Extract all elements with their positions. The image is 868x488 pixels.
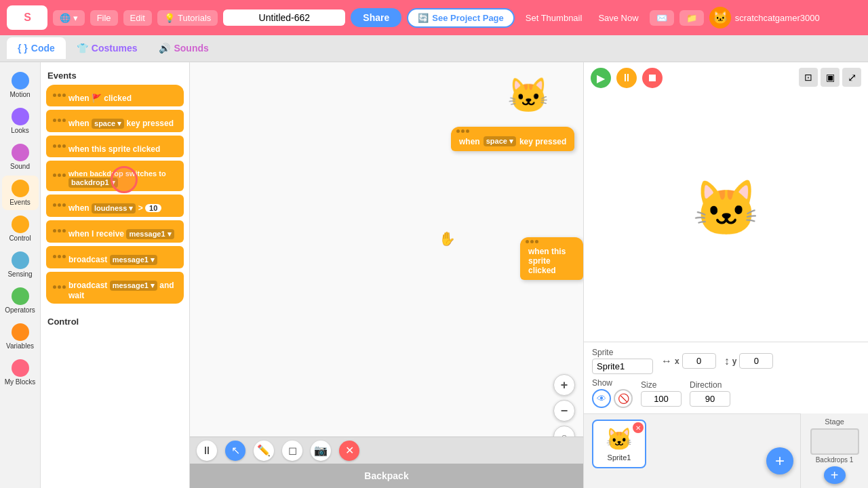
category-operators[interactable]: Operators bbox=[2, 283, 39, 318]
key-select[interactable]: space ▾ bbox=[484, 136, 516, 146]
show-hidden-btn[interactable]: 🚫 bbox=[614, 389, 633, 408]
stage-sprite: 🐱 bbox=[692, 177, 760, 241]
zoom-in-button[interactable]: + bbox=[553, 374, 575, 396]
user-avatar: 🐱 bbox=[709, 7, 731, 28]
save-now-button[interactable]: Save Now bbox=[593, 10, 644, 26]
blocks-section-title: Events bbox=[46, 68, 184, 85]
username: scratchcatgamer3000 bbox=[735, 13, 820, 23]
stage-panel-label: Stage bbox=[825, 418, 844, 426]
block-when-loudness[interactable]: when loudness ▾ > 10 bbox=[46, 195, 184, 217]
tab-costumes[interactable]: 👕 Costumes bbox=[66, 37, 149, 59]
x-input[interactable] bbox=[682, 353, 716, 369]
block-when-receive[interactable]: when I receive message1 ▾ bbox=[46, 220, 184, 243]
size-label: Size bbox=[641, 380, 682, 390]
y-arrow-icon: ↕ bbox=[724, 355, 730, 367]
message-button[interactable]: ✉️ bbox=[650, 10, 674, 26]
add-backdrop-button[interactable]: + bbox=[824, 466, 846, 484]
pause-toolbar-btn[interactable]: ⏸ bbox=[197, 441, 217, 461]
fullscreen-btn[interactable]: ⤢ bbox=[842, 68, 861, 87]
category-events[interactable]: Events bbox=[2, 176, 39, 210]
categories-panel: Motion Looks Sound Events Control Sensin… bbox=[0, 62, 41, 488]
canvas-cat: 🐱 bbox=[507, 76, 549, 115]
backpack-label: Backpack bbox=[364, 470, 408, 481]
x-arrow-icon: ↔ bbox=[661, 355, 672, 367]
block-when-key[interactable]: when space ▾ key pressed bbox=[46, 110, 184, 132]
sprite-label: Sprite bbox=[592, 348, 653, 357]
sprite-thumb-sprite1[interactable]: ✕ 🐱 Sprite1 bbox=[592, 420, 646, 468]
y-input[interactable] bbox=[739, 353, 773, 369]
block-broadcast-wait[interactable]: broadcast message1 ▾ and wait bbox=[46, 272, 184, 304]
close-tool-btn[interactable]: ✕ bbox=[339, 441, 359, 461]
pencil-tool-btn[interactable]: ✏️ bbox=[254, 441, 274, 461]
main-area: Motion Looks Sound Events Control Sensin… bbox=[0, 62, 868, 488]
see-project-button[interactable]: 🔄 See Project Page bbox=[407, 8, 515, 28]
block-when-sprite-clicked[interactable]: when this sprite clicked bbox=[46, 136, 184, 157]
remix-icon: 🔄 bbox=[418, 13, 429, 23]
costumes-tab-icon: 👕 bbox=[77, 43, 88, 54]
block-broadcast[interactable]: broadcast message1 ▾ bbox=[46, 246, 184, 268]
control-section-title: Control bbox=[46, 314, 184, 331]
show-label-group: Show 👁 🚫 bbox=[592, 378, 633, 408]
scratch-logo-text: S bbox=[24, 12, 31, 24]
direction-label-group: Direction bbox=[690, 380, 730, 407]
category-control[interactable]: Control bbox=[2, 211, 39, 246]
category-motion[interactable]: Motion bbox=[2, 68, 39, 102]
stop-button[interactable]: ⏹ bbox=[642, 68, 663, 88]
backdrops-label: Backdrops 1 bbox=[816, 456, 854, 464]
add-sprite-button[interactable]: + bbox=[766, 447, 793, 474]
bottom-toolbar: ⏸ ↖ ✏️ ◻ 📷 ✕ bbox=[190, 436, 583, 464]
x-coord-group: ↔ x bbox=[661, 353, 716, 369]
zoom-out-button[interactable]: − bbox=[553, 400, 575, 422]
file-menu[interactable]: File bbox=[90, 10, 118, 26]
drag-cursor: ✋ bbox=[439, 230, 456, 247]
tab-code[interactable]: { } Code bbox=[7, 37, 66, 59]
globe-button[interactable]: 🌐 ▾ bbox=[53, 10, 85, 26]
show-visible-btn[interactable]: 👁 bbox=[592, 389, 611, 408]
canvas-block-when-sprite[interactable]: when this sprite clicked bbox=[520, 237, 583, 280]
direction-input[interactable] bbox=[690, 391, 730, 407]
code-canvas[interactable]: ✋ when space ▾ key pressed when this spr… bbox=[190, 62, 583, 488]
green-flag-button[interactable]: ▶ bbox=[591, 68, 611, 88]
canvas-block-when-key[interactable]: when space ▾ key pressed bbox=[451, 127, 574, 151]
folder-button[interactable]: 📁 bbox=[679, 10, 704, 26]
category-sensing[interactable]: Sensing bbox=[2, 247, 39, 282]
category-myblocks[interactable]: My Blocks bbox=[2, 355, 39, 390]
block-when-backdrop[interactable]: when backdrop switches to backdrop1 ▾ bbox=[46, 161, 184, 191]
block-when-flag[interactable]: when 🚩 clicked bbox=[46, 85, 184, 106]
stage-panel-bg[interactable] bbox=[810, 428, 859, 455]
pointer-tool-btn[interactable]: ↖ bbox=[225, 441, 245, 461]
code-tab-icon: { } bbox=[18, 43, 28, 54]
stage-controls: ▶ ⏸ ⏹ bbox=[591, 68, 663, 88]
stage-panel: Stage Backdrops 1 + bbox=[800, 413, 868, 488]
normal-stage-btn[interactable]: ▣ bbox=[821, 68, 840, 87]
erase-tool-btn[interactable]: ◻ bbox=[282, 441, 302, 461]
category-looks[interactable]: Looks bbox=[2, 104, 39, 138]
sprite-delete-button[interactable]: ✕ bbox=[633, 422, 644, 433]
set-thumbnail-button[interactable]: Set Thumbnail bbox=[520, 10, 588, 26]
small-stage-btn[interactable]: ⊡ bbox=[799, 68, 818, 87]
sprite-info: Sprite ↔ x ↕ y Show 👁 bbox=[584, 342, 868, 413]
sprite-thumb-icon: 🐱 bbox=[606, 426, 633, 452]
topbar: S 🌐 ▾ File Edit 💡 Tutorials Share 🔄 See … bbox=[0, 0, 868, 35]
blocks-panel: Events when 🚩 clicked when space ▾ key p… bbox=[41, 62, 190, 488]
backpack-bar[interactable]: Backpack bbox=[190, 464, 583, 488]
category-sound[interactable]: Sound bbox=[2, 140, 39, 174]
user-area[interactable]: 🐱 scratchcatgamer3000 bbox=[709, 7, 820, 28]
right-panel: ▶ ⏸ ⏹ ⊡ ▣ ⤢ 🐱 Sprite ↔ x bbox=[583, 62, 868, 488]
sprite-name-input[interactable] bbox=[592, 359, 653, 374]
sprites-stage-row: ✕ 🐱 Sprite1 + Stage Backdrops 1 + bbox=[584, 413, 868, 488]
edit-menu[interactable]: Edit bbox=[123, 10, 152, 26]
sounds-tab-icon: 🔊 bbox=[159, 43, 170, 54]
share-button[interactable]: Share bbox=[351, 8, 401, 27]
camera-tool-btn[interactable]: 📷 bbox=[311, 441, 331, 461]
pause-button[interactable]: ⏸ bbox=[616, 68, 637, 88]
size-input[interactable] bbox=[641, 391, 682, 407]
tutorials-button[interactable]: 💡 Tutorials bbox=[157, 10, 218, 26]
x-label: x bbox=[675, 357, 679, 366]
scratch-logo[interactable]: S bbox=[7, 5, 47, 30]
project-title-input[interactable] bbox=[223, 9, 345, 26]
tabbar: { } Code 👕 Costumes 🔊 Sounds bbox=[0, 35, 868, 62]
show-label: Show bbox=[592, 378, 633, 388]
category-variables[interactable]: Variables bbox=[2, 319, 39, 354]
tab-sounds[interactable]: 🔊 Sounds bbox=[148, 37, 219, 59]
